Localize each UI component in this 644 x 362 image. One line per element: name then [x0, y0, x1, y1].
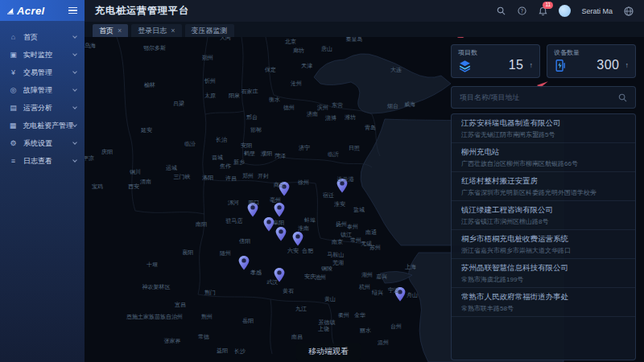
search-icon[interactable]: [618, 93, 627, 102]
svg-text:?: ?: [521, 8, 523, 14]
stat-card-projects: 项目数 15 ↑: [451, 44, 540, 78]
sidebar-item-label: 运营分析: [23, 103, 52, 113]
tab-bar: 首页×登录日志×变压器监测: [85, 22, 644, 37]
monitor-icon: ▣: [8, 51, 19, 59]
sidebar-item-fault[interactable]: ◎故障管理: [0, 81, 85, 99]
help-icon[interactable]: ?: [517, 6, 527, 16]
layers-icon: [458, 59, 472, 72]
stat-label: 项目数: [458, 48, 533, 57]
sidebar-item-label: 充电桩资产管理: [23, 121, 73, 131]
project-name: 红塔村整村搬迁安置房: [461, 176, 625, 187]
map-pin[interactable]: [279, 182, 290, 196]
top-header: 充电桩运营管理平台 ? 11 Serati Ma: [85, 0, 644, 22]
chevron-down-icon: [72, 34, 77, 39]
project-name: 桐乡市梧桐充电桩收费运营系统: [461, 234, 625, 245]
project-name: 江苏安科瑞电器制造有限公司: [461, 118, 625, 129]
settings-icon: ⚙: [8, 139, 19, 147]
stat-card-devices: 设备数量 300 ↑: [547, 44, 636, 78]
project-list-item[interactable]: 柳州充电站广西壮族自治区柳州市柳南区航银路66号: [452, 143, 635, 172]
chevron-down-icon: [72, 105, 77, 109]
project-address: 常熟市联丰路58号: [461, 304, 625, 313]
chevron-down-icon: [72, 87, 77, 92]
user-name[interactable]: Serati Ma: [581, 7, 613, 15]
tab-变压器监测[interactable]: 变压器监测: [185, 24, 234, 37]
menu-collapse-icon[interactable]: [68, 7, 77, 14]
fault-icon: ◎: [8, 86, 19, 94]
map-pin[interactable]: [276, 227, 287, 241]
language-globe-icon[interactable]: [623, 6, 634, 16]
project-name: 柳州充电站: [461, 147, 625, 158]
close-icon[interactable]: ×: [118, 27, 122, 35]
notification-bell-icon[interactable]: 11: [538, 6, 548, 16]
sidebar-item-asset[interactable]: ▦充电桩资产管理: [0, 117, 85, 134]
project-list-item[interactable]: 江苏安科瑞电器制造有限公司江苏省无锡江阴市南闸东盟路5号: [452, 114, 635, 143]
map-pin[interactable]: [239, 256, 250, 270]
sidebar-item-trade[interactable]: ¥交易管理: [0, 64, 85, 81]
map-pin[interactable]: [275, 203, 285, 217]
asset-icon: ▦: [8, 121, 18, 130]
map-pin[interactable]: [337, 179, 348, 193]
chevron-down-icon: [72, 69, 77, 74]
chevron-down-icon: [72, 122, 77, 127]
trend-up-icon: ↑: [530, 61, 534, 69]
stat-value: 300: [597, 58, 619, 72]
project-list-item[interactable]: 桐乡市梧桐充电桩收费运营系统浙江省嘉兴市桐乡市崇福大道文华路口: [452, 230, 635, 259]
sidebar-item-settings[interactable]: ⚙系统设置: [0, 134, 85, 152]
project-list-item[interactable]: 镇江绿建工程咨询有限公司江苏省镇江市润州区檀山路8号: [452, 201, 635, 230]
mobile-view-button[interactable]: 移动端观看: [296, 343, 361, 360]
sidebar-item-label: 故障管理: [23, 85, 52, 96]
project-address: 江苏省镇江市润州区檀山路8号: [461, 217, 625, 226]
map-pin[interactable]: [293, 232, 303, 246]
map-pin[interactable]: [275, 268, 285, 282]
avatar[interactable]: [559, 5, 571, 17]
project-list-item[interactable]: 红塔村整村搬迁安置房广东省深圳市光明新区科委路光明外国语学校旁: [452, 172, 635, 201]
project-list-item[interactable]: 常熟市人民政府常福街道办事处常熟市联丰路58号: [452, 288, 635, 317]
acrel-logo: Acrel: [7, 5, 45, 17]
project-name: 镇江绿建工程咨询有限公司: [461, 205, 625, 216]
sidebar-item-label: 交易管理: [23, 68, 52, 78]
chevron-down-icon: [72, 140, 77, 145]
project-address: 广西壮族自治区柳州市柳南区航银路66号: [461, 159, 625, 168]
province-borders: [117, 37, 380, 354]
close-icon[interactable]: ×: [171, 27, 175, 35]
project-search-box: [451, 86, 636, 109]
notification-badge: 11: [543, 2, 553, 9]
charger-icon: [554, 59, 568, 72]
sidebar-item-monitor[interactable]: ▣实时监控: [0, 46, 85, 64]
search-icon[interactable]: [496, 6, 506, 16]
sidebar-item-label: 首页: [23, 32, 38, 43]
map-pin[interactable]: [395, 287, 406, 302]
sidebar: Acrel ⌂首页▣实时监控¥交易管理◎故障管理▤运营分析▦充电桩资产管理⚙系统…: [0, 0, 85, 362]
log-icon: ≡: [8, 157, 19, 165]
tab-首页[interactable]: 首页×: [93, 24, 128, 37]
tab-登录日志[interactable]: 登录日志×: [131, 24, 181, 37]
stat-value: 15: [509, 58, 524, 72]
app-window: Acrel ⌂首页▣实时监控¥交易管理◎故障管理▤运营分析▦充电桩资产管理⚙系统…: [0, 0, 644, 362]
flight-marker-icon: [456, 37, 468, 40]
sidebar-item-log[interactable]: ≡日志查看: [0, 152, 85, 170]
page-title: 充电桩运营管理平台: [95, 4, 189, 18]
project-address: 常熟市海虞北路199号: [461, 275, 625, 284]
logo-sail-icon: [7, 7, 14, 14]
project-address: 浙江省嘉兴市桐乡市崇福大道文华路口: [461, 246, 625, 255]
chevron-down-icon: [72, 51, 77, 56]
search-input[interactable]: [460, 93, 618, 101]
map-pin[interactable]: [248, 203, 258, 217]
project-address: 江苏省无锡江阴市南闸东盟路5号: [461, 130, 625, 139]
stat-label: 设备数量: [554, 48, 629, 57]
sidebar-menu: ⌂首页▣实时监控¥交易管理◎故障管理▤运营分析▦充电桩资产管理⚙系统设置≡日志查…: [0, 21, 85, 170]
project-list-item[interactable]: 苏州晶联智慧信息科技有限公司常熟市海虞北路199号: [452, 259, 635, 288]
tab-label: 变压器监测: [192, 26, 228, 36]
analysis-icon: ▤: [8, 104, 19, 112]
project-address: 广东省深圳市光明新区科委路光明外国语学校旁: [461, 188, 625, 197]
chevron-down-icon: [72, 158, 77, 162]
sidebar-item-label: 系统设置: [23, 138, 52, 149]
brand-name: Acrel: [17, 5, 45, 17]
sidebar-item-analysis[interactable]: ▤运营分析: [0, 99, 85, 117]
project-name: 苏州晶联智慧信息科技有限公司: [461, 263, 625, 274]
map-pin[interactable]: [264, 217, 275, 232]
sidebar-item-home[interactable]: ⌂首页: [0, 28, 85, 46]
trend-up-icon: ↑: [625, 61, 630, 69]
logo-band: Acrel: [0, 0, 85, 21]
tab-label: 首页: [99, 26, 114, 36]
